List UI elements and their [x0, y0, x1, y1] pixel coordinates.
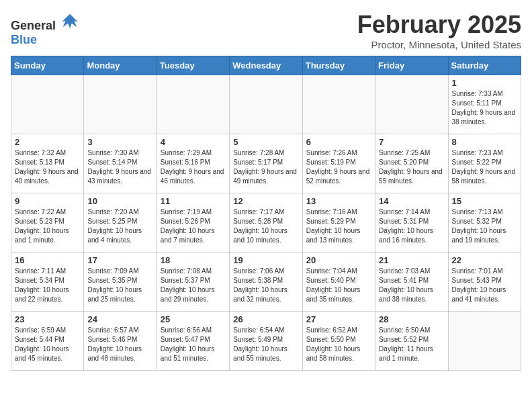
day-info: Sunrise: 7:09 AM Sunset: 5:35 PM Dayligh…	[87, 267, 152, 304]
day-info: Sunrise: 7:32 AM Sunset: 5:13 PM Dayligh…	[15, 148, 80, 186]
day-cell: 12Sunrise: 7:17 AM Sunset: 5:28 PM Dayli…	[230, 193, 302, 253]
day-number: 27	[306, 314, 371, 324]
day-cell: 10Sunrise: 7:20 AM Sunset: 5:25 PM Dayli…	[84, 193, 157, 253]
day-cell: 20Sunrise: 7:04 AM Sunset: 5:40 PM Dayli…	[302, 253, 375, 312]
day-info: Sunrise: 7:33 AM Sunset: 5:11 PM Dayligh…	[452, 89, 517, 127]
day-number: 3	[87, 137, 152, 147]
day-info: Sunrise: 7:29 AM Sunset: 5:16 PM Dayligh…	[161, 148, 226, 186]
day-info: Sunrise: 7:23 AM Sunset: 5:22 PM Dayligh…	[452, 148, 517, 186]
logo: General Blue	[11, 11, 79, 47]
day-number: 9	[15, 196, 80, 206]
day-number: 14	[379, 196, 444, 206]
day-cell	[157, 75, 229, 134]
day-number: 26	[233, 314, 298, 324]
day-header-saturday: Saturday	[448, 56, 521, 75]
day-number: 5	[233, 137, 298, 147]
day-info: Sunrise: 7:25 AM Sunset: 5:20 PM Dayligh…	[379, 148, 444, 186]
day-cell: 21Sunrise: 7:03 AM Sunset: 5:41 PM Dayli…	[375, 253, 448, 312]
day-cell: 18Sunrise: 7:08 AM Sunset: 5:37 PM Dayli…	[157, 253, 229, 312]
day-header-thursday: Thursday	[302, 56, 375, 75]
week-row-2: 2Sunrise: 7:32 AM Sunset: 5:13 PM Daylig…	[11, 134, 521, 193]
logo-general: General	[11, 19, 56, 32]
day-info: Sunrise: 7:28 AM Sunset: 5:17 PM Dayligh…	[233, 148, 298, 186]
week-row-3: 9Sunrise: 7:22 AM Sunset: 5:23 PM Daylig…	[11, 193, 521, 253]
day-number: 8	[452, 137, 517, 147]
day-header-wednesday: Wednesday	[230, 56, 302, 75]
day-info: Sunrise: 6:50 AM Sunset: 5:52 PM Dayligh…	[379, 326, 444, 363]
day-cell: 17Sunrise: 7:09 AM Sunset: 5:35 PM Dayli…	[84, 253, 157, 312]
day-info: Sunrise: 6:54 AM Sunset: 5:49 PM Dayligh…	[233, 326, 298, 363]
day-info: Sunrise: 7:19 AM Sunset: 5:26 PM Dayligh…	[161, 208, 226, 245]
day-header-monday: Monday	[84, 56, 157, 75]
day-cell	[375, 75, 448, 134]
day-info: Sunrise: 7:08 AM Sunset: 5:37 PM Dayligh…	[161, 267, 226, 304]
day-info: Sunrise: 6:59 AM Sunset: 5:44 PM Dayligh…	[15, 326, 80, 363]
day-number: 15	[452, 196, 517, 206]
day-cell: 27Sunrise: 6:52 AM Sunset: 5:50 PM Dayli…	[302, 312, 375, 371]
day-info: Sunrise: 7:03 AM Sunset: 5:41 PM Dayligh…	[379, 267, 444, 304]
day-header-row: SundayMondayTuesdayWednesdayThursdayFrid…	[11, 56, 521, 75]
day-cell: 28Sunrise: 6:50 AM Sunset: 5:52 PM Dayli…	[375, 312, 448, 371]
day-cell: 5Sunrise: 7:28 AM Sunset: 5:17 PM Daylig…	[230, 134, 302, 193]
day-info: Sunrise: 7:26 AM Sunset: 5:19 PM Dayligh…	[306, 148, 371, 186]
day-number: 21	[379, 255, 444, 265]
day-info: Sunrise: 7:22 AM Sunset: 5:23 PM Dayligh…	[15, 208, 80, 245]
day-info: Sunrise: 7:01 AM Sunset: 5:43 PM Dayligh…	[452, 267, 517, 304]
day-number: 10	[87, 196, 152, 206]
day-header-friday: Friday	[375, 56, 448, 75]
day-number: 24	[87, 314, 152, 324]
logo-blue: Blue	[11, 33, 37, 46]
logo-bird-icon	[60, 11, 79, 30]
day-cell: 13Sunrise: 7:16 AM Sunset: 5:29 PM Dayli…	[302, 193, 375, 253]
day-cell	[448, 312, 521, 371]
page-header: General Blue February 2025 Proctor, Minn…	[11, 11, 521, 50]
day-cell: 22Sunrise: 7:01 AM Sunset: 5:43 PM Dayli…	[448, 253, 521, 312]
day-cell	[11, 75, 84, 134]
day-number: 23	[15, 314, 80, 324]
day-info: Sunrise: 7:13 AM Sunset: 5:32 PM Dayligh…	[452, 208, 517, 245]
day-cell: 24Sunrise: 6:57 AM Sunset: 5:46 PM Dayli…	[84, 312, 157, 371]
day-info: Sunrise: 6:52 AM Sunset: 5:50 PM Dayligh…	[306, 326, 371, 363]
day-cell: 6Sunrise: 7:26 AM Sunset: 5:19 PM Daylig…	[302, 134, 375, 193]
day-header-tuesday: Tuesday	[157, 56, 229, 75]
calendar-table: SundayMondayTuesdayWednesdayThursdayFrid…	[11, 56, 521, 371]
day-cell: 16Sunrise: 7:11 AM Sunset: 5:34 PM Dayli…	[11, 253, 84, 312]
day-number: 4	[161, 137, 226, 147]
day-number: 25	[161, 314, 226, 324]
day-cell: 4Sunrise: 7:29 AM Sunset: 5:16 PM Daylig…	[157, 134, 229, 193]
day-cell: 3Sunrise: 7:30 AM Sunset: 5:14 PM Daylig…	[84, 134, 157, 193]
calendar-title: February 2025	[357, 11, 521, 39]
day-number: 13	[306, 196, 371, 206]
day-number: 1	[452, 78, 517, 88]
day-cell: 8Sunrise: 7:23 AM Sunset: 5:22 PM Daylig…	[448, 134, 521, 193]
day-info: Sunrise: 7:17 AM Sunset: 5:28 PM Dayligh…	[233, 208, 298, 245]
day-cell: 1Sunrise: 7:33 AM Sunset: 5:11 PM Daylig…	[448, 75, 521, 134]
day-cell: 19Sunrise: 7:06 AM Sunset: 5:38 PM Dayli…	[230, 253, 302, 312]
day-cell	[84, 75, 157, 134]
day-number: 19	[233, 255, 298, 265]
day-cell: 23Sunrise: 6:59 AM Sunset: 5:44 PM Dayli…	[11, 312, 84, 371]
day-number: 18	[161, 255, 226, 265]
day-cell: 7Sunrise: 7:25 AM Sunset: 5:20 PM Daylig…	[375, 134, 448, 193]
day-number: 20	[306, 255, 371, 265]
day-cell: 2Sunrise: 7:32 AM Sunset: 5:13 PM Daylig…	[11, 134, 84, 193]
day-info: Sunrise: 7:11 AM Sunset: 5:34 PM Dayligh…	[15, 267, 80, 304]
day-cell: 25Sunrise: 6:56 AM Sunset: 5:47 PM Dayli…	[157, 312, 229, 371]
title-block: February 2025 Proctor, Minnesota, United…	[357, 11, 521, 50]
day-number: 28	[379, 314, 444, 324]
day-number: 11	[161, 196, 226, 206]
day-number: 12	[233, 196, 298, 206]
week-row-4: 16Sunrise: 7:11 AM Sunset: 5:34 PM Dayli…	[11, 253, 521, 312]
day-cell: 14Sunrise: 7:14 AM Sunset: 5:31 PM Dayli…	[375, 193, 448, 253]
day-info: Sunrise: 7:16 AM Sunset: 5:29 PM Dayligh…	[306, 208, 371, 245]
day-info: Sunrise: 7:20 AM Sunset: 5:25 PM Dayligh…	[87, 208, 152, 245]
day-info: Sunrise: 7:30 AM Sunset: 5:14 PM Dayligh…	[87, 148, 152, 186]
day-cell: 26Sunrise: 6:54 AM Sunset: 5:49 PM Dayli…	[230, 312, 302, 371]
day-cell: 15Sunrise: 7:13 AM Sunset: 5:32 PM Dayli…	[448, 193, 521, 253]
day-number: 16	[15, 255, 80, 265]
day-info: Sunrise: 7:06 AM Sunset: 5:38 PM Dayligh…	[233, 267, 298, 304]
day-number: 17	[87, 255, 152, 265]
day-cell: 11Sunrise: 7:19 AM Sunset: 5:26 PM Dayli…	[157, 193, 229, 253]
day-number: 22	[452, 255, 517, 265]
day-number: 2	[15, 137, 80, 147]
